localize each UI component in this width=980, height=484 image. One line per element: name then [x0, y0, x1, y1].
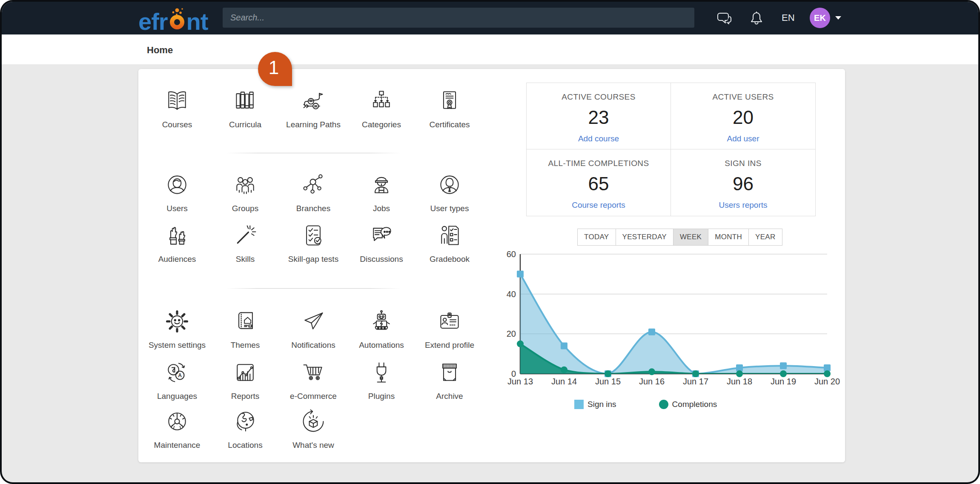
menu-item-iconbox [437, 87, 462, 115]
stat-action-link[interactable]: Course reports [572, 200, 625, 210]
svg-text:Jun 19: Jun 19 [771, 377, 796, 386]
menu-item-categories[interactable]: Categories [347, 87, 415, 129]
legend-item-sign-ins[interactable]: Sign ins [574, 400, 616, 409]
menu-item-archive[interactable]: Archive [415, 359, 484, 401]
menu-item-themes[interactable]: Themes [211, 308, 279, 350]
menu-item-iconbox: A [164, 359, 190, 386]
automations-icon [369, 309, 394, 334]
menu-item-courses[interactable]: Courses [143, 87, 211, 129]
menu-row: ALanguagesReportse-CommercePluginsArchiv… [143, 359, 484, 401]
menu-item-users[interactable]: Users [143, 171, 211, 213]
tab-month[interactable]: MONTH [708, 229, 749, 246]
user-menu[interactable]: EK [810, 8, 841, 28]
tab-year[interactable]: YEAR [748, 229, 782, 246]
menu-item-iconbox [232, 359, 258, 386]
menu-item-learning-paths[interactable]: Learning Paths [279, 87, 347, 129]
legend-square-swatch [574, 400, 584, 409]
menu-item-iconbox [232, 171, 258, 198]
stats-grid: ACTIVE COURSES23Add courseACTIVE USERS20… [526, 83, 816, 216]
menu-item-audiences[interactable]: Audiences [143, 222, 211, 264]
menu-item-branches[interactable]: Branches [279, 171, 347, 213]
branches-icon [301, 172, 326, 198]
menu-item-label: Certificates [429, 120, 470, 129]
menu-item-label: Plugins [368, 392, 395, 401]
menu-item-label: Branches [296, 204, 330, 213]
tab-week[interactable]: WEEK [673, 229, 708, 246]
legend-item-completions[interactable]: Completions [659, 400, 717, 409]
system-settings-icon [164, 309, 190, 334]
whats-new-icon [301, 409, 326, 434]
menu-row: UsersGroupsBranchesJobsUser types [143, 171, 484, 213]
menu-item-iconbox [437, 359, 462, 386]
breadcrumb[interactable]: Home [147, 45, 173, 56]
menu-item-label: e-Commerce [290, 392, 337, 401]
notifications-button[interactable] [749, 11, 764, 26]
menu-item-groups[interactable]: Groups [211, 171, 279, 213]
menu-item-extend-profile[interactable]: Extend profile [415, 308, 484, 350]
menu-item-iconbox [301, 359, 326, 386]
efront-logo[interactable]: efr nt [138, 5, 208, 34]
menu-item-iconbox [437, 171, 462, 198]
menu-item-label: Courses [162, 120, 192, 129]
menu-item-label: Curricula [229, 120, 261, 129]
stat-title: ACTIVE USERS [712, 92, 774, 102]
tab-today[interactable]: TODAY [577, 229, 616, 246]
page: efr nt [2, 2, 978, 482]
menu-item-plugins[interactable]: Plugins [347, 359, 415, 401]
themes-icon [232, 309, 258, 334]
menu-item-certificates[interactable]: Certificates [415, 87, 484, 129]
groups-icon [232, 172, 258, 198]
chat-button[interactable] [717, 11, 732, 26]
menu-item-discussions[interactable]: Discussions [347, 222, 415, 264]
stat-action-link[interactable]: Users reports [719, 200, 767, 210]
menu-item-label: Extend profile [425, 341, 474, 350]
menu-item-label: What's new [292, 441, 334, 450]
menu-item-user-types[interactable]: User types [415, 171, 484, 213]
logo-text-prefix: efr [138, 9, 168, 34]
svg-text:40: 40 [507, 289, 516, 299]
menu-item-skills[interactable]: Skills [211, 222, 279, 264]
menu-row: System settingsThemesNotificationsAutoma… [143, 308, 484, 350]
menu-item-whats-new[interactable]: What's new [279, 408, 347, 450]
audiences-icon [164, 223, 190, 248]
menu-item-curricula[interactable]: Curricula [211, 87, 279, 129]
menu-item-label: Languages [157, 392, 197, 401]
menu-item-label: Archive [436, 392, 463, 401]
menu-item-iconbox [232, 87, 258, 115]
step-callout-marker: 1 [258, 52, 292, 86]
menu-item-skill-gap-tests[interactable]: Skill-gap tests [279, 222, 347, 264]
language-switcher[interactable]: EN [782, 12, 795, 23]
menu-item-reports[interactable]: Reports [211, 359, 279, 401]
archive-icon [437, 360, 462, 385]
menu-item-label: Locations [228, 441, 262, 450]
menu-item-iconbox [164, 171, 190, 198]
gradebook-icon [437, 223, 462, 248]
menu-row: CoursesCurriculaLearning PathsCategories… [143, 87, 484, 129]
search-input[interactable] [223, 8, 694, 28]
menu-item-gradebook[interactable]: Gradebook [415, 222, 484, 264]
menu-item-jobs[interactable]: Jobs [347, 171, 415, 213]
menu-item-automations[interactable]: Automations [347, 308, 415, 350]
menu-item-notifications[interactable]: Notifications [279, 308, 347, 350]
stat-action-link[interactable]: Add course [578, 134, 619, 143]
stat-action-link[interactable]: Add user [727, 134, 759, 143]
plugins-icon [369, 360, 394, 385]
menu-item-label: Gradebook [430, 255, 470, 264]
chart-legend: Sign insCompletions [574, 400, 717, 409]
discussions-icon [369, 223, 394, 248]
menu-item-languages[interactable]: ALanguages [143, 359, 211, 401]
menu-item-label: Automations [359, 341, 404, 350]
stat-card-all-time-completions: ALL-TIME COMPLETIONS65Course reports [527, 149, 671, 216]
menu-row: MaintenanceLocationsWhat's new [143, 408, 484, 450]
menu-item-label: Skill-gap tests [288, 255, 338, 264]
avatar: EK [810, 8, 830, 28]
stat-card-sign-ins: SIGN INS96Users reports [671, 149, 815, 216]
menu-item-maintenance[interactable]: Maintenance [143, 408, 211, 450]
menu-item-system-settings[interactable]: System settings [143, 308, 211, 350]
legend-label: Completions [672, 400, 717, 409]
tab-yesterday[interactable]: YESTERDAY [616, 229, 673, 246]
menu-item-label: Themes [231, 341, 260, 350]
menu-item-locations[interactable]: Locations [211, 408, 279, 450]
svg-text:A: A [178, 372, 182, 378]
menu-item-e-commerce[interactable]: e-Commerce [279, 359, 347, 401]
